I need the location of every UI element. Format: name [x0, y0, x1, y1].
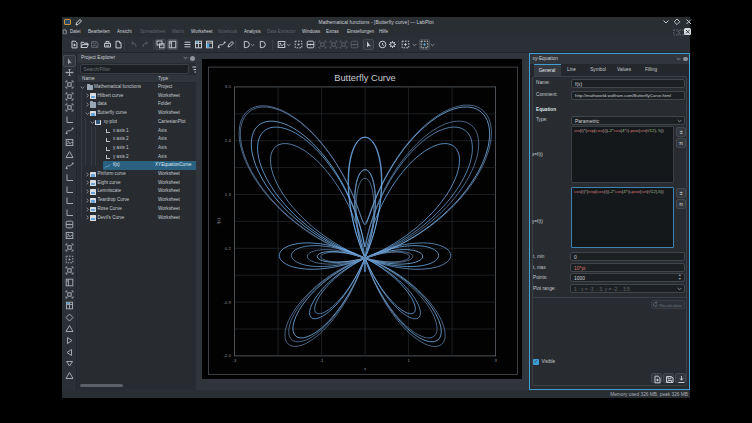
svg-text:Butterfly Curve: Butterfly Curve	[334, 73, 396, 83]
svg-text:f(x): f(x)	[216, 217, 221, 224]
svg-text:-3: -3	[232, 358, 236, 363]
svg-text:1: 1	[407, 358, 410, 363]
svg-text:3: 3	[494, 358, 497, 363]
svg-text:x: x	[363, 366, 366, 371]
svg-text:-1: -1	[319, 358, 323, 363]
svg-text:-2.0: -2.0	[223, 353, 231, 358]
svg-text:2.4: 2.4	[224, 138, 231, 143]
svg-text:0.2: 0.2	[224, 246, 231, 251]
svg-text:3.5: 3.5	[224, 84, 231, 89]
svg-text:1.3: 1.3	[224, 192, 231, 197]
svg-text:-0.9: -0.9	[223, 299, 231, 304]
